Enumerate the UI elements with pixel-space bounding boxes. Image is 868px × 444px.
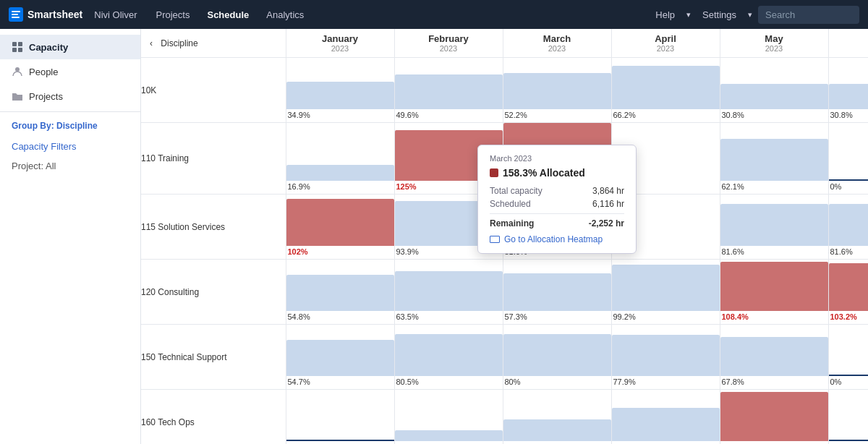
capacity-bar xyxy=(395,74,503,109)
discipline-header: ‹ Discipline xyxy=(141,29,286,58)
bar-cell-120consulting-col1[interactable]: 63.5% xyxy=(394,260,503,325)
bar-cell-10k-col0[interactable]: 34.9% xyxy=(286,58,394,123)
bar-cell-10k-col5[interactable]: 30.8% xyxy=(828,58,868,123)
capacity-bar xyxy=(503,273,611,311)
bar-wrapper: 0% xyxy=(829,123,869,194)
project-filter[interactable]: Project: All xyxy=(0,156,140,176)
sidebar: Capacity People Projects Group By: Disci… xyxy=(0,29,141,444)
bar-cell-110training-col3[interactable] xyxy=(611,123,720,195)
bar-cell-150techsupport-col2[interactable]: 80% xyxy=(503,325,611,390)
pct-label: 63.5% xyxy=(395,312,503,321)
discipline-cell-120consulting: 120 Consulting xyxy=(141,260,286,325)
bar-cell-150techsupport-col4[interactable]: 67.8% xyxy=(720,325,828,390)
capacity-bar xyxy=(395,430,503,441)
bar-cell-150techsupport-col0[interactable]: 54.7% xyxy=(286,325,394,390)
bar-cell-10k-col1[interactable]: 49.6% xyxy=(394,58,503,123)
bar-cell-120consulting-col2[interactable]: 57.3% xyxy=(503,260,611,325)
svg-point-8 xyxy=(15,67,20,72)
capacity-bar xyxy=(612,265,720,311)
capacity-bar xyxy=(612,335,720,376)
bar-cell-10k-col3[interactable]: 66.2% xyxy=(611,58,720,123)
month-name-apr: April xyxy=(621,33,711,44)
bar-wrapper: 57.3% xyxy=(503,260,611,324)
capacity-bar xyxy=(612,408,720,441)
table-row: 110 Training16.9%125% March 2023 158.3% … xyxy=(141,123,868,195)
bar-cell-115solution-col1[interactable]: 93.9% xyxy=(394,195,503,260)
capacity-bar xyxy=(720,262,828,311)
capacity-bar xyxy=(720,204,828,246)
month-header-apr: April 2023 xyxy=(611,29,720,58)
grid-icon xyxy=(12,41,23,53)
month-year-mar: 2023 xyxy=(512,44,603,53)
capacity-bar xyxy=(503,204,611,246)
table-row: 160 Tech Ops0%9.4%26.8%48.2%107.1%0% xyxy=(141,390,868,445)
table-row: 10K34.9%49.6%52.2%66.2%30.8%30.8% xyxy=(141,58,868,123)
bar-wrapper: 99.2% xyxy=(612,260,720,324)
bar-cell-160techops-col5[interactable]: 0% xyxy=(828,390,868,445)
bar-cell-110training-col5[interactable]: 0% xyxy=(828,123,868,195)
discipline-cell-10k: 10K xyxy=(141,58,286,123)
bar-cell-160techops-col2[interactable]: 26.8% xyxy=(503,390,611,445)
bar-cell-115solution-col0[interactable]: 102% xyxy=(286,195,394,260)
bar-cell-10k-col2[interactable]: 52.2% xyxy=(503,58,611,123)
bar-cell-115solution-col3[interactable] xyxy=(611,195,720,260)
column-header-row: ‹ Discipline January 2023 February 2023 … xyxy=(141,29,868,58)
bar-cell-150techsupport-col5[interactable]: 0% xyxy=(828,325,868,390)
user-name[interactable]: Nivi Oliver xyxy=(94,9,137,20)
bar-wrapper: 108.4% xyxy=(720,260,828,324)
bar-cell-160techops-col3[interactable]: 48.2% xyxy=(611,390,720,445)
bar-cell-120consulting-col5[interactable]: 103.2% xyxy=(828,260,868,325)
bar-cell-120consulting-col4[interactable]: 108.4% xyxy=(720,260,828,325)
pct-label: 81.6% xyxy=(503,247,611,256)
bar-cell-160techops-col0[interactable]: 0% xyxy=(286,390,394,445)
prev-arrow[interactable]: ‹ xyxy=(150,38,153,48)
bar-cell-150techsupport-col3[interactable]: 77.9% xyxy=(611,325,720,390)
folder-icon xyxy=(12,90,23,102)
bar-wrapper: 48.2% xyxy=(612,390,720,444)
search-input[interactable] xyxy=(758,6,859,24)
bar-cell-110training-col4[interactable]: 62.1% xyxy=(720,123,828,195)
month-year-apr: 2023 xyxy=(621,44,711,53)
bar-cell-10k-col4[interactable]: 30.8% xyxy=(720,58,828,123)
bar-cell-110training-col0[interactable]: 16.9% xyxy=(286,123,394,195)
bar-cell-115solution-col5[interactable]: 81.6% xyxy=(828,195,868,260)
bar-cell-110training-col1[interactable]: 125% xyxy=(394,123,503,195)
bar-wrapper: 52.2% xyxy=(503,58,611,122)
capacity-bar xyxy=(720,139,828,181)
sidebar-item-capacity[interactable]: Capacity xyxy=(0,35,140,59)
sidebar-item-people[interactable]: People xyxy=(0,59,140,84)
bar-cell-120consulting-col0[interactable]: 54.8% xyxy=(286,260,394,325)
bar-wrapper: 26.8% xyxy=(503,390,611,444)
nav-projects[interactable]: Projects xyxy=(149,7,197,23)
help-button[interactable]: Help xyxy=(650,7,681,23)
nav-schedule[interactable]: Schedule xyxy=(200,7,256,23)
bar-wrapper: 34.9% xyxy=(286,58,394,122)
svg-rect-6 xyxy=(12,48,17,52)
capacity-bar xyxy=(829,263,869,311)
bar-wrapper: 81.6% xyxy=(829,195,869,259)
sidebar-item-projects[interactable]: Projects xyxy=(0,84,140,108)
bar-cell-120consulting-col3[interactable]: 99.2% xyxy=(611,260,720,325)
settings-arrow: ▾ xyxy=(748,10,752,20)
bar-cell-160techops-col1[interactable]: 9.4% xyxy=(394,390,503,445)
sidebar-people-label: People xyxy=(29,67,58,77)
bar-cell-110training-col2[interactable]: March 2023 158.3% Allocated Total capaci… xyxy=(503,123,611,195)
pct-label: 30.8% xyxy=(829,111,869,119)
bar-cell-160techops-col4[interactable]: 107.1% xyxy=(720,390,828,445)
bar-cell-150techsupport-col1[interactable]: 80.5% xyxy=(394,325,503,390)
nav-analytics[interactable]: Analytics xyxy=(259,7,311,23)
discipline-cell-160techops: 160 Tech Ops xyxy=(141,390,286,445)
bar-wrapper: 67.8% xyxy=(720,325,828,389)
bar-wrapper: 81.6% xyxy=(720,195,828,259)
bar-wrapper xyxy=(612,123,720,194)
pct-label: 66.2% xyxy=(612,111,720,119)
capacity-bar xyxy=(503,123,611,181)
pct-label: 0% xyxy=(829,377,869,386)
main-nav: Projects Schedule Analytics xyxy=(149,7,312,23)
bar-cell-115solution-col2[interactable]: 81.6% xyxy=(503,195,611,260)
pct-label: 16.9% xyxy=(286,182,394,191)
capacity-filters[interactable]: Capacity Filters xyxy=(0,137,140,156)
settings-button[interactable]: Settings xyxy=(697,7,742,23)
group-by-value[interactable]: Discipline xyxy=(56,121,98,131)
bar-cell-115solution-col4[interactable]: 81.6% xyxy=(720,195,828,260)
